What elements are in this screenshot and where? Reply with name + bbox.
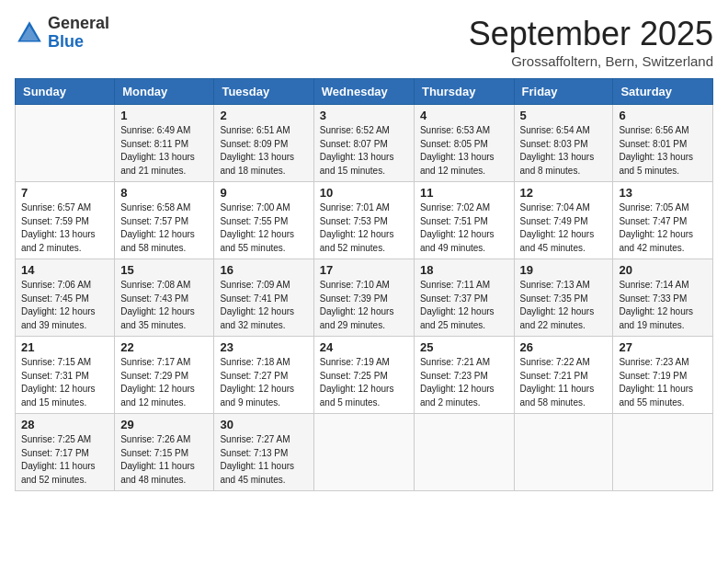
day-number: 18 <box>420 263 508 277</box>
calendar-week-row: 14Sunrise: 7:06 AMSunset: 7:45 PMDayligh… <box>16 259 713 337</box>
weekday-header-friday: Friday <box>514 79 613 105</box>
day-info: Sunrise: 7:08 AMSunset: 7:43 PMDaylight:… <box>120 279 208 332</box>
day-number: 8 <box>120 186 208 200</box>
calendar-cell: 4Sunrise: 6:53 AMSunset: 8:05 PMDaylight… <box>414 105 514 182</box>
calendar-cell: 30Sunrise: 7:27 AMSunset: 7:13 PMDayligh… <box>214 414 313 491</box>
day-number: 14 <box>21 263 108 277</box>
day-number: 12 <box>520 186 608 200</box>
day-info: Sunrise: 7:27 AMSunset: 7:13 PMDaylight:… <box>220 433 307 487</box>
calendar-cell: 11Sunrise: 7:02 AMSunset: 7:51 PMDayligh… <box>414 182 514 259</box>
day-info: Sunrise: 7:19 AMSunset: 7:25 PMDaylight:… <box>320 356 408 409</box>
calendar-cell <box>16 105 115 182</box>
day-number: 24 <box>320 340 408 354</box>
day-number: 28 <box>21 418 108 431</box>
day-info: Sunrise: 7:13 AMSunset: 7:35 PMDaylight:… <box>520 279 608 332</box>
day-number: 11 <box>420 186 508 200</box>
day-info: Sunrise: 7:18 AMSunset: 7:27 PMDaylight:… <box>220 356 307 409</box>
day-number: 21 <box>21 340 108 354</box>
day-info: Sunrise: 7:05 AMSunset: 7:47 PMDaylight:… <box>619 201 707 255</box>
day-number: 16 <box>220 263 307 277</box>
day-number: 2 <box>220 109 307 122</box>
calendar-cell: 20Sunrise: 7:14 AMSunset: 7:33 PMDayligh… <box>613 259 713 337</box>
day-number: 13 <box>619 186 707 200</box>
day-number: 27 <box>619 340 707 354</box>
day-number: 10 <box>320 186 408 200</box>
weekday-header-sunday: Sunday <box>16 79 115 105</box>
calendar-cell: 13Sunrise: 7:05 AMSunset: 7:47 PMDayligh… <box>613 182 713 259</box>
day-info: Sunrise: 6:51 AMSunset: 8:09 PMDaylight:… <box>220 124 307 178</box>
day-number: 23 <box>220 340 307 354</box>
day-number: 17 <box>320 263 408 277</box>
day-number: 30 <box>220 418 307 431</box>
day-info: Sunrise: 7:02 AMSunset: 7:51 PMDaylight:… <box>420 201 508 255</box>
day-info: Sunrise: 7:23 AMSunset: 7:19 PMDaylight:… <box>619 356 707 409</box>
day-number: 6 <box>619 109 707 122</box>
calendar-week-row: 1Sunrise: 6:49 AMSunset: 8:11 PMDaylight… <box>16 105 713 182</box>
calendar-cell: 7Sunrise: 6:57 AMSunset: 7:59 PMDaylight… <box>16 182 115 259</box>
logo-icon <box>15 18 44 48</box>
day-info: Sunrise: 7:26 AMSunset: 7:15 PMDaylight:… <box>120 433 208 487</box>
calendar-cell: 25Sunrise: 7:21 AMSunset: 7:23 PMDayligh… <box>414 337 514 414</box>
day-info: Sunrise: 6:53 AMSunset: 8:05 PMDaylight:… <box>420 124 508 178</box>
day-info: Sunrise: 6:54 AMSunset: 8:03 PMDaylight:… <box>520 124 608 178</box>
day-info: Sunrise: 7:01 AMSunset: 7:53 PMDaylight:… <box>320 201 408 255</box>
calendar-cell: 22Sunrise: 7:17 AMSunset: 7:29 PMDayligh… <box>115 337 214 414</box>
logo: General Blue <box>15 15 109 52</box>
day-info: Sunrise: 7:25 AMSunset: 7:17 PMDaylight:… <box>21 433 108 487</box>
day-info: Sunrise: 7:10 AMSunset: 7:39 PMDaylight:… <box>320 279 408 332</box>
calendar-cell: 6Sunrise: 6:56 AMSunset: 8:01 PMDaylight… <box>613 105 713 182</box>
calendar-cell: 2Sunrise: 6:51 AMSunset: 8:09 PMDaylight… <box>214 105 313 182</box>
day-info: Sunrise: 6:52 AMSunset: 8:07 PMDaylight:… <box>320 124 408 178</box>
day-info: Sunrise: 6:58 AMSunset: 7:57 PMDaylight:… <box>120 201 208 255</box>
day-info: Sunrise: 7:06 AMSunset: 7:45 PMDaylight:… <box>21 279 108 332</box>
day-number: 7 <box>21 186 108 200</box>
calendar-cell: 26Sunrise: 7:22 AMSunset: 7:21 PMDayligh… <box>514 337 613 414</box>
calendar-cell: 28Sunrise: 7:25 AMSunset: 7:17 PMDayligh… <box>16 414 115 491</box>
day-number: 25 <box>420 340 508 354</box>
calendar-cell: 16Sunrise: 7:09 AMSunset: 7:41 PMDayligh… <box>214 259 313 337</box>
month-title: September 2025 <box>469 15 713 53</box>
calendar-cell: 23Sunrise: 7:18 AMSunset: 7:27 PMDayligh… <box>214 337 313 414</box>
day-info: Sunrise: 6:56 AMSunset: 8:01 PMDaylight:… <box>619 124 707 178</box>
calendar-cell <box>514 414 613 491</box>
calendar-cell <box>613 414 713 491</box>
day-info: Sunrise: 7:04 AMSunset: 7:49 PMDaylight:… <box>520 201 608 255</box>
day-number: 9 <box>220 186 307 200</box>
logo-general-text: General <box>48 14 109 32</box>
calendar-cell: 5Sunrise: 6:54 AMSunset: 8:03 PMDaylight… <box>514 105 613 182</box>
day-number: 22 <box>120 340 208 354</box>
calendar-cell: 27Sunrise: 7:23 AMSunset: 7:19 PMDayligh… <box>613 337 713 414</box>
day-number: 3 <box>320 109 408 122</box>
weekday-header-thursday: Thursday <box>414 79 514 105</box>
weekday-header-monday: Monday <box>115 79 214 105</box>
calendar-cell: 14Sunrise: 7:06 AMSunset: 7:45 PMDayligh… <box>16 259 115 337</box>
weekday-header-wednesday: Wednesday <box>313 79 414 105</box>
weekday-header-row: SundayMondayTuesdayWednesdayThursdayFrid… <box>16 79 713 105</box>
weekday-header-saturday: Saturday <box>613 79 713 105</box>
day-info: Sunrise: 7:15 AMSunset: 7:31 PMDaylight:… <box>21 356 108 409</box>
calendar-table: SundayMondayTuesdayWednesdayThursdayFrid… <box>15 78 713 491</box>
day-info: Sunrise: 6:49 AMSunset: 8:11 PMDaylight:… <box>120 124 208 178</box>
calendar-cell <box>414 414 514 491</box>
page-header: General Blue September 2025 Grossaffolte… <box>15 15 713 69</box>
calendar-cell: 9Sunrise: 7:00 AMSunset: 7:55 PMDaylight… <box>214 182 313 259</box>
calendar-cell: 19Sunrise: 7:13 AMSunset: 7:35 PMDayligh… <box>514 259 613 337</box>
calendar-cell: 3Sunrise: 6:52 AMSunset: 8:07 PMDaylight… <box>313 105 414 182</box>
calendar-cell: 18Sunrise: 7:11 AMSunset: 7:37 PMDayligh… <box>414 259 514 337</box>
day-info: Sunrise: 7:11 AMSunset: 7:37 PMDaylight:… <box>420 279 508 332</box>
day-info: Sunrise: 7:17 AMSunset: 7:29 PMDaylight:… <box>120 356 208 409</box>
title-block: September 2025 Grossaffoltern, Bern, Swi… <box>469 15 713 69</box>
day-number: 4 <box>420 109 508 122</box>
calendar-week-row: 7Sunrise: 6:57 AMSunset: 7:59 PMDaylight… <box>16 182 713 259</box>
day-number: 20 <box>619 263 707 277</box>
day-info: Sunrise: 7:21 AMSunset: 7:23 PMDaylight:… <box>420 356 508 409</box>
calendar-cell: 1Sunrise: 6:49 AMSunset: 8:11 PMDaylight… <box>115 105 214 182</box>
logo-blue-text: Blue <box>48 32 84 51</box>
day-number: 15 <box>120 263 208 277</box>
calendar-cell: 17Sunrise: 7:10 AMSunset: 7:39 PMDayligh… <box>313 259 414 337</box>
day-info: Sunrise: 7:00 AMSunset: 7:55 PMDaylight:… <box>220 201 307 255</box>
calendar-cell: 24Sunrise: 7:19 AMSunset: 7:25 PMDayligh… <box>313 337 414 414</box>
day-info: Sunrise: 7:14 AMSunset: 7:33 PMDaylight:… <box>619 279 707 332</box>
calendar-cell: 10Sunrise: 7:01 AMSunset: 7:53 PMDayligh… <box>313 182 414 259</box>
weekday-header-tuesday: Tuesday <box>214 79 313 105</box>
